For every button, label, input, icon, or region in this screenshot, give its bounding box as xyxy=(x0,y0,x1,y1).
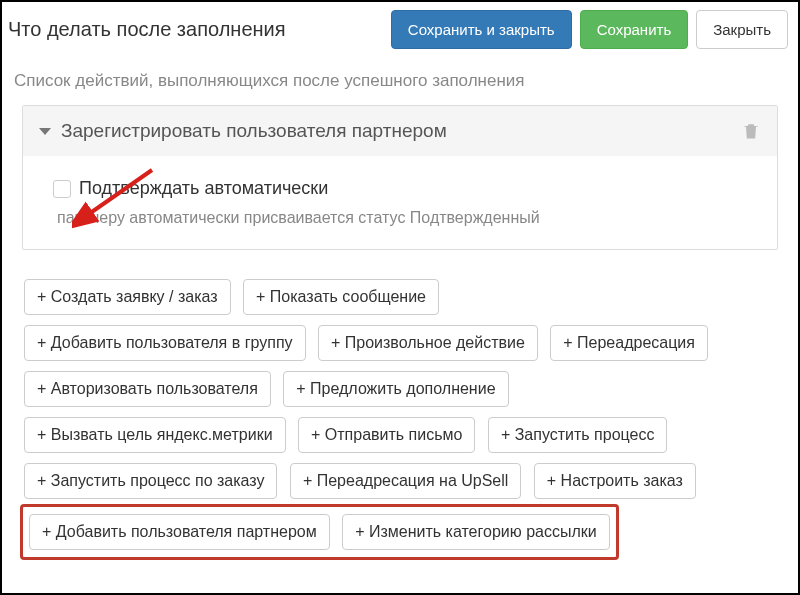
trash-icon[interactable] xyxy=(741,120,761,147)
action-pill[interactable]: + Произвольное действие xyxy=(318,325,538,361)
action-pill[interactable]: + Вызвать цель яндекс.метрики xyxy=(24,417,286,453)
confirm-auto-checkbox[interactable] xyxy=(53,180,71,198)
action-pill[interactable]: + Создать заявку / заказ xyxy=(24,279,231,315)
close-button[interactable]: Закрыть xyxy=(696,10,788,49)
save-button[interactable]: Сохранить xyxy=(580,10,689,49)
highlighted-action-row: + Добавить пользователя партнером + Изме… xyxy=(20,504,619,560)
page-title: Что делать после заполнения xyxy=(8,18,383,41)
action-card-header[interactable]: Зарегистрировать пользователя партнером xyxy=(23,106,777,156)
action-pill[interactable]: + Добавить пользователя в группу xyxy=(24,325,306,361)
action-pill[interactable]: + Переадресация xyxy=(550,325,708,361)
action-card-title: Зарегистрировать пользователя партнером xyxy=(61,120,447,142)
action-pill[interactable]: + Показать сообщение xyxy=(243,279,439,315)
action-pill[interactable]: + Предложить дополнение xyxy=(283,371,508,407)
action-pill[interactable]: + Изменить категорию рассылки xyxy=(342,514,610,550)
action-pill[interactable]: + Авторизовать пользователя xyxy=(24,371,271,407)
action-pill[interactable]: + Настроить заказ xyxy=(534,463,696,499)
action-pill[interactable]: + Запустить процесс xyxy=(488,417,668,453)
subtitle: Список действий, выполняющихся после усп… xyxy=(2,61,798,105)
actions-area: + Создать заявку / заказ + Показать сооб… xyxy=(2,270,798,564)
action-pill-add-partner[interactable]: + Добавить пользователя партнером xyxy=(29,514,330,550)
confirm-auto-label: Подтверждать автоматически xyxy=(79,178,328,199)
action-card: Зарегистрировать пользователя партнером … xyxy=(22,105,778,250)
action-pill[interactable]: + Отправить письмо xyxy=(298,417,475,453)
chevron-down-icon xyxy=(39,128,51,135)
save-close-button[interactable]: Сохранить и закрыть xyxy=(391,10,572,49)
action-pill[interactable]: + Запустить процесс по заказу xyxy=(24,463,277,499)
confirm-auto-hint: партнеру автоматически присваивается ста… xyxy=(57,209,753,227)
action-pill[interactable]: + Переадресация на UpSell xyxy=(290,463,521,499)
